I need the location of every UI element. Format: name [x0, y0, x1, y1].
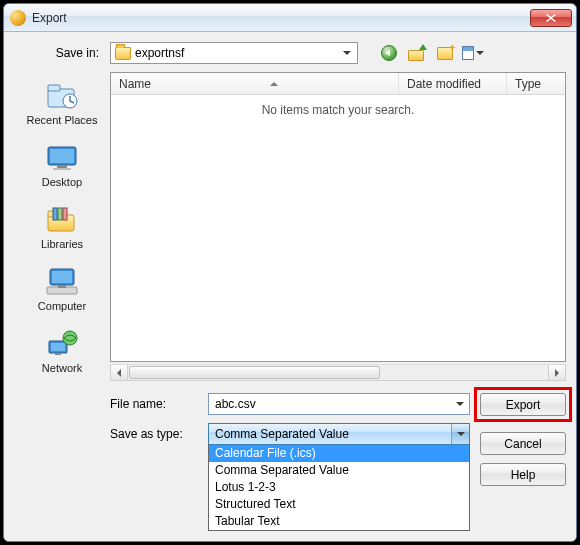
savetype-option[interactable]: Tabular Text	[209, 513, 469, 530]
svg-rect-4	[50, 149, 74, 163]
svg-rect-19	[55, 353, 61, 355]
column-label: Name	[119, 77, 151, 91]
savetype-selected: Comma Separated Value	[215, 427, 451, 441]
view-menu-button[interactable]	[462, 42, 484, 64]
savetype-dropdown[interactable]: Calendar File (.ics)Comma Separated Valu…	[208, 445, 470, 531]
column-name[interactable]: Name	[111, 73, 399, 94]
place-libraries[interactable]: Libraries	[22, 200, 102, 254]
export-highlight: Export	[474, 387, 572, 422]
empty-message: No items match your search.	[111, 103, 565, 117]
export-button[interactable]: Export	[480, 393, 566, 416]
place-label: Computer	[38, 300, 86, 312]
current-folder-name: exportnsf	[135, 46, 335, 60]
recent-places-icon	[44, 81, 80, 111]
filename-value: abc.csv	[215, 397, 451, 411]
computer-icon	[45, 267, 79, 297]
sort-ascending-icon	[270, 82, 278, 86]
column-type[interactable]: Type	[507, 73, 565, 94]
svg-rect-10	[58, 208, 62, 220]
savetype-option[interactable]: Lotus 1-2-3	[209, 479, 469, 496]
savetype-combo[interactable]: Comma Separated Value	[208, 423, 470, 445]
chevron-down-icon[interactable]	[476, 44, 484, 62]
svg-point-18	[63, 331, 77, 345]
savetype-label: Save as type:	[110, 423, 198, 441]
back-button[interactable]	[378, 42, 400, 64]
svg-rect-15	[58, 285, 66, 288]
savetype-option[interactable]: Calendar File (.ics)	[209, 445, 469, 462]
svg-rect-14	[47, 287, 77, 294]
svg-rect-11	[63, 208, 67, 220]
cancel-button[interactable]: Cancel	[480, 432, 566, 455]
scroll-left-button[interactable]	[111, 365, 128, 380]
view-icon	[462, 46, 474, 60]
close-button[interactable]	[530, 9, 572, 27]
up-one-level-button[interactable]	[406, 42, 428, 64]
filename-input[interactable]: abc.csv	[208, 393, 470, 415]
column-date-modified[interactable]: Date modified	[399, 73, 507, 94]
save-in-combo[interactable]: exportnsf	[110, 42, 358, 64]
place-desktop[interactable]: Desktop	[22, 138, 102, 192]
column-headers: Name Date modified Type	[111, 73, 565, 95]
chevron-down-icon[interactable]	[451, 394, 469, 414]
place-label: Desktop	[42, 176, 82, 188]
save-in-label: Save in:	[39, 46, 99, 60]
svg-rect-17	[51, 343, 65, 351]
places-bar: Recent Places Desktop	[14, 72, 110, 531]
place-computer[interactable]: Computer	[22, 262, 102, 316]
chevron-down-icon[interactable]	[451, 424, 469, 444]
svg-rect-6	[53, 168, 71, 170]
svg-rect-1	[48, 85, 60, 91]
savetype-option[interactable]: Structured Text	[209, 496, 469, 513]
new-folder-icon	[437, 47, 453, 60]
scroll-track[interactable]	[128, 365, 548, 380]
savetype-option[interactable]: Comma Separated Value	[209, 462, 469, 479]
svg-rect-13	[52, 271, 72, 283]
titlebar[interactable]: Export	[4, 4, 576, 32]
place-recent[interactable]: Recent Places	[22, 76, 102, 130]
network-icon	[45, 329, 79, 359]
close-icon	[546, 14, 556, 22]
filename-label: File name:	[110, 393, 198, 411]
scroll-right-button[interactable]	[548, 365, 565, 380]
export-dialog: Export Save in: exportnsf	[3, 3, 577, 542]
place-label: Recent Places	[27, 114, 98, 126]
window-title: Export	[32, 11, 530, 25]
place-network[interactable]: Network	[22, 324, 102, 378]
up-folder-icon	[408, 45, 426, 61]
folder-icon	[115, 47, 131, 60]
place-label: Network	[42, 362, 82, 374]
desktop-icon	[45, 144, 79, 172]
svg-rect-5	[57, 165, 67, 168]
horizontal-scrollbar[interactable]	[110, 364, 566, 381]
column-label: Date modified	[407, 77, 481, 91]
file-list[interactable]: Name Date modified Type No items match y…	[110, 72, 566, 362]
help-button[interactable]: Help	[480, 463, 566, 486]
chevron-down-icon[interactable]	[339, 44, 355, 62]
new-folder-button[interactable]	[434, 42, 456, 64]
place-label: Libraries	[41, 238, 83, 250]
app-icon	[10, 10, 26, 26]
svg-rect-9	[53, 208, 57, 220]
column-label: Type	[515, 77, 541, 91]
libraries-icon	[44, 205, 80, 235]
back-icon	[381, 45, 397, 61]
scroll-thumb[interactable]	[129, 366, 380, 379]
